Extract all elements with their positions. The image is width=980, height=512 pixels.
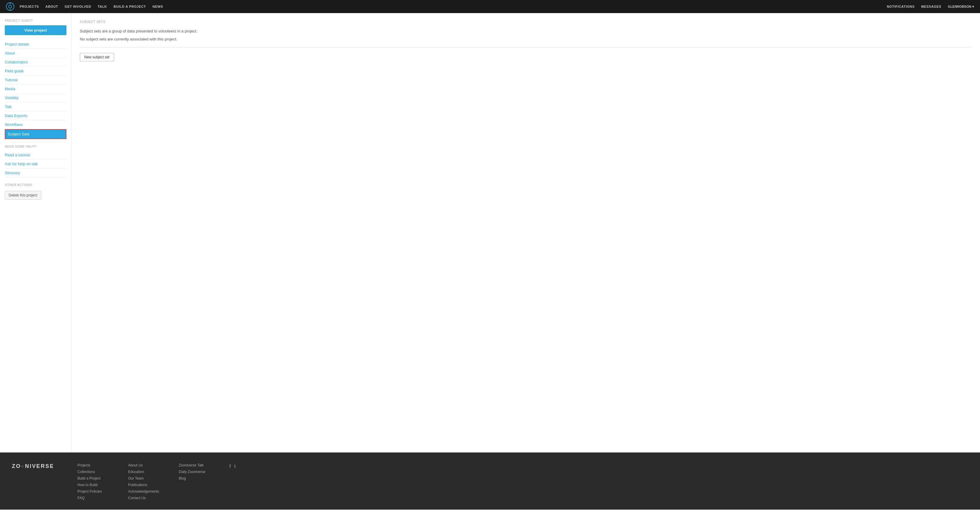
nav-messages[interactable]: Messages bbox=[921, 5, 941, 8]
footer-link-publications[interactable]: Publications bbox=[128, 483, 167, 487]
footer-link-build-project[interactable]: Build a Project bbox=[78, 476, 116, 480]
footer-link-acknowledgements[interactable]: Acknowledgements bbox=[128, 489, 167, 493]
sidebar-item-tutorial[interactable]: Tutorial bbox=[5, 76, 67, 84]
footer-link-our-team[interactable]: Our Team bbox=[128, 476, 167, 480]
sidebar-item-talk[interactable]: Talk bbox=[5, 102, 67, 111]
footer-link-project-policies[interactable]: Project Policies bbox=[78, 489, 116, 493]
footer-col-1: Projects Collections Build a Project How… bbox=[78, 463, 116, 500]
zooniverse-logo[interactable] bbox=[6, 2, 14, 11]
sidebar-active-item-wrapper: Subject Sets bbox=[5, 129, 67, 139]
sidebar-item-collaborators[interactable]: Collaborators bbox=[5, 58, 67, 67]
no-subject-sets-message: No subject sets are currently associated… bbox=[80, 37, 972, 41]
footer-link-zooniverse-talk[interactable]: Zooniverse Talk bbox=[179, 463, 218, 468]
footer-link-faq[interactable]: FAQ bbox=[78, 496, 116, 500]
footer-link-about-us[interactable]: About Us bbox=[128, 463, 167, 468]
sidebar-item-glossary[interactable]: Glossary bbox=[5, 168, 67, 178]
sidebar-item-field-guide[interactable]: Field guide bbox=[5, 67, 67, 76]
help-section-label: NEED SOME HELP? bbox=[5, 145, 67, 148]
top-navigation: Projects About Get Involved Talk Build a… bbox=[0, 0, 980, 13]
other-actions-label: OTHER ACTIONS bbox=[5, 183, 67, 187]
sidebar-item-about[interactable]: About bbox=[5, 49, 67, 58]
footer-link-contact-us[interactable]: Contact Us bbox=[128, 496, 167, 500]
sidebar-item-subject-sets[interactable]: Subject Sets bbox=[5, 130, 66, 138]
sidebar-item-data-exports[interactable]: Data Exports bbox=[5, 111, 67, 120]
sidebar-item-workflows[interactable]: Workflows bbox=[5, 120, 67, 129]
nav-build-project[interactable]: Build a Project bbox=[113, 5, 146, 8]
help-nav-section: Read a tutorial Ask for help on talk Glo… bbox=[5, 151, 67, 178]
sidebar-item-visibility[interactable]: Visibility bbox=[5, 94, 67, 102]
user-menu[interactable]: GLENROBSON ▾ bbox=[948, 5, 974, 9]
footer-col-3: Zooniverse Talk Daily Zooniverse Blog bbox=[179, 463, 218, 480]
footer-link-blog[interactable]: Blog bbox=[179, 476, 218, 480]
footer-social-icons: f t bbox=[229, 464, 235, 469]
nav-talk[interactable]: Talk bbox=[98, 5, 107, 8]
footer-link-how-to-build[interactable]: How to Build bbox=[78, 483, 116, 487]
right-nav-links: Notifications Messages GLENROBSON ▾ bbox=[887, 5, 974, 9]
footer-link-daily-zooniverse[interactable]: Daily Zooniverse bbox=[179, 470, 218, 474]
sidebar-item-ask-help[interactable]: Ask for help on talk bbox=[5, 160, 67, 168]
footer-col-2: About Us Education Our Team Publications… bbox=[128, 463, 167, 500]
footer-link-education[interactable]: Education bbox=[128, 470, 167, 474]
sidebar-item-media[interactable]: Media bbox=[5, 84, 67, 94]
footer-logo-circle: ○ bbox=[21, 463, 25, 469]
sidebar-nav-section: Project details About Collaborators Fiel… bbox=[5, 40, 67, 139]
sidebar: PROJECT #18977 View project Project deta… bbox=[0, 13, 72, 452]
sidebar-item-read-tutorial[interactable]: Read a tutorial bbox=[5, 151, 67, 160]
footer-link-collections[interactable]: Collections bbox=[78, 470, 116, 474]
footer-logo: ZO○NIVERSE bbox=[12, 463, 60, 469]
project-number: PROJECT #18977 bbox=[5, 19, 67, 22]
sidebar-item-project-details[interactable]: Project details bbox=[5, 40, 67, 49]
subject-sets-title: SUBJECT SETS bbox=[80, 20, 972, 24]
twitter-icon[interactable]: t bbox=[234, 464, 235, 469]
nav-notifications[interactable]: Notifications bbox=[887, 5, 915, 8]
page-footer: ZO○NIVERSE Projects Collections Build a … bbox=[0, 452, 980, 510]
nav-news[interactable]: News bbox=[153, 5, 163, 8]
svg-point-1 bbox=[9, 5, 12, 8]
main-content: SUBJECT SETS Subject sets are a group of… bbox=[72, 13, 980, 452]
subject-sets-description: Subject sets are a group of data present… bbox=[80, 28, 972, 35]
main-nav-links: Projects About Get Involved Talk Build a… bbox=[20, 5, 887, 8]
nav-projects[interactable]: Projects bbox=[20, 5, 39, 8]
facebook-icon[interactable]: f bbox=[229, 464, 231, 469]
footer-link-projects[interactable]: Projects bbox=[78, 463, 116, 468]
new-subject-set-button[interactable]: New subject set bbox=[80, 53, 114, 61]
delete-project-button[interactable]: Delete this project bbox=[5, 191, 41, 200]
view-project-button[interactable]: View project bbox=[5, 25, 67, 35]
nav-about[interactable]: About bbox=[46, 5, 58, 8]
nav-get-involved[interactable]: Get Involved bbox=[65, 5, 91, 8]
main-layout: PROJECT #18977 View project Project deta… bbox=[0, 13, 980, 452]
